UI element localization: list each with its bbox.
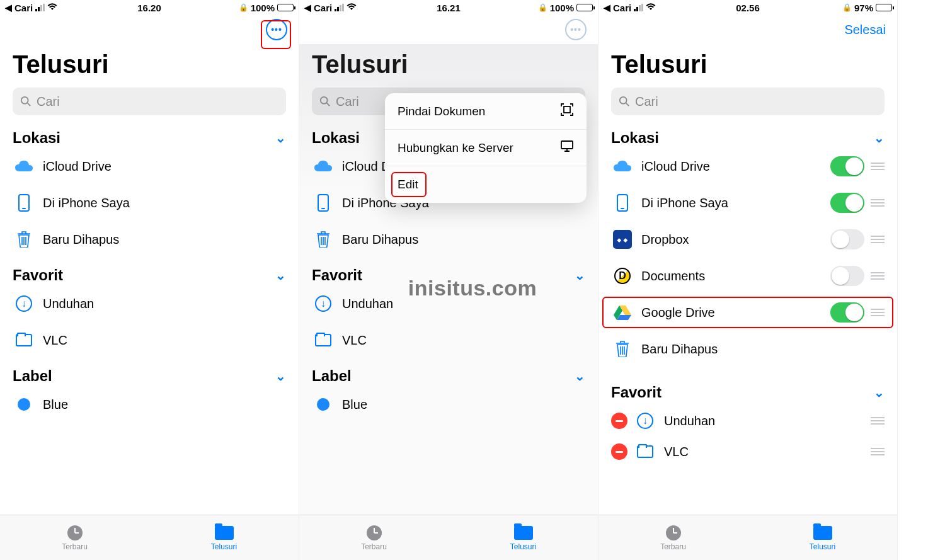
wifi-icon xyxy=(646,3,656,13)
back-app-label[interactable]: Cari xyxy=(314,3,332,13)
trash-icon xyxy=(13,231,35,248)
location-gdrive: Google Drive xyxy=(598,294,897,331)
page-title: Telusuri xyxy=(299,44,598,88)
cloud-icon xyxy=(312,160,335,173)
status-bar: ◀ Cari 16.20 🔒 100% xyxy=(0,0,299,15)
tab-telusuri[interactable]: Telusuri xyxy=(748,515,897,560)
location-documents: D Documents xyxy=(598,258,897,294)
tab-bar: Terbaru Telusuri xyxy=(299,515,598,560)
tab-terbaru[interactable]: Terbaru xyxy=(0,515,149,560)
menu-scan-documents[interactable]: Pindai Dokumen xyxy=(385,93,587,130)
remove-button[interactable] xyxy=(611,443,627,460)
remove-button[interactable] xyxy=(611,413,627,429)
drag-handle-icon[interactable] xyxy=(871,448,885,455)
search-placeholder: Cari xyxy=(37,94,60,109)
clock-icon xyxy=(664,525,683,541)
wifi-icon xyxy=(346,3,357,13)
drag-handle-icon[interactable] xyxy=(871,236,885,243)
toggle-iphone[interactable] xyxy=(830,193,864,213)
nav-bar: Selesai xyxy=(598,15,897,44)
drag-handle-icon[interactable] xyxy=(871,163,885,170)
download-icon xyxy=(312,295,335,312)
chevron-down-icon: ⌄ xyxy=(575,369,585,384)
more-button[interactable]: ••• xyxy=(266,19,287,40)
rotation-lock-icon: 🔒 xyxy=(239,3,248,12)
drag-handle-icon[interactable] xyxy=(871,199,885,207)
label-blue[interactable]: Blue xyxy=(0,386,299,423)
favorit-unduhan-edit: Unduhan xyxy=(598,403,897,439)
back-caret-icon[interactable]: ◀ xyxy=(604,3,610,13)
location-icloud[interactable]: iCloud Drive xyxy=(0,148,299,185)
page-title: Telusuri xyxy=(0,44,299,88)
location-icloud: iCloud Drive xyxy=(598,148,897,185)
label-blue[interactable]: Blue xyxy=(299,386,598,423)
toggle-gdrive[interactable] xyxy=(830,302,864,323)
folder-fill-icon xyxy=(514,525,533,541)
folder-fill-icon xyxy=(215,525,234,541)
signal-icon xyxy=(35,4,45,11)
signal-icon xyxy=(634,4,643,11)
menu-connect-server[interactable]: Hubungkan ke Server xyxy=(385,130,587,166)
toggle-dropbox[interactable] xyxy=(830,229,864,249)
favorit-vlc-edit: VLC xyxy=(598,439,897,464)
section-label-header[interactable]: Label ⌄ xyxy=(0,367,299,385)
menu-edit[interactable]: Edit xyxy=(385,166,587,203)
phone-icon xyxy=(13,194,35,212)
more-menu-popup: Pindai Dokumen Hubungkan ke Server Edit xyxy=(385,93,587,203)
toggle-icloud[interactable] xyxy=(830,156,864,176)
screenshot-panel-1: ◀ Cari 16.20 🔒 100% ••• Telusuri Cari Lo… xyxy=(0,0,299,560)
tab-telusuri[interactable]: Telusuri xyxy=(149,515,299,560)
drag-handle-icon[interactable] xyxy=(871,309,885,316)
search-input[interactable]: Cari xyxy=(13,88,286,115)
section-lokasi-header[interactable]: Lokasi ⌄ xyxy=(598,129,897,147)
folder-icon xyxy=(634,445,656,458)
drag-handle-icon[interactable] xyxy=(871,272,885,280)
back-app-label[interactable]: Cari xyxy=(14,3,33,13)
rotation-lock-icon: 🔒 xyxy=(842,3,852,12)
section-favorit-header[interactable]: Favorit ⌄ xyxy=(0,266,299,284)
section-favorit-header[interactable]: Favorit ⌄ xyxy=(598,384,897,401)
scan-icon xyxy=(560,103,574,120)
back-app-label[interactable]: Cari xyxy=(613,3,631,13)
search-placeholder: Cari xyxy=(635,94,658,109)
toggle-documents[interactable] xyxy=(830,266,864,286)
location-iphone[interactable]: Di iPhone Saya xyxy=(0,185,299,221)
tab-terbaru[interactable]: Terbaru xyxy=(598,515,748,560)
location-trash[interactable]: Baru Dihapus xyxy=(598,331,897,367)
cloud-icon xyxy=(611,160,634,173)
svg-line-1 xyxy=(28,103,31,106)
watermark-text: inisitus.com xyxy=(408,276,537,300)
chevron-down-icon: ⌄ xyxy=(575,268,585,283)
blue-dot-icon xyxy=(312,398,335,411)
favorit-unduhan[interactable]: Unduhan xyxy=(0,285,299,322)
chevron-down-icon: ⌄ xyxy=(874,130,885,146)
location-trash[interactable]: Baru Dihapus xyxy=(299,221,598,258)
download-icon xyxy=(13,295,35,312)
back-caret-icon[interactable]: ◀ xyxy=(304,3,311,13)
folder-icon xyxy=(312,334,335,346)
phone-icon xyxy=(312,194,335,212)
tab-telusuri[interactable]: Telusuri xyxy=(449,515,598,560)
section-lokasi-header[interactable]: Lokasi ⌄ xyxy=(0,129,299,147)
drag-handle-icon[interactable] xyxy=(871,417,885,425)
location-trash[interactable]: Baru Dihapus xyxy=(0,221,299,258)
documents-icon: D xyxy=(611,268,634,284)
cloud-icon xyxy=(13,160,35,173)
tab-terbaru[interactable]: Terbaru xyxy=(299,515,449,560)
tab-bar: Terbaru Telusuri xyxy=(0,515,299,560)
status-time: 16.20 xyxy=(101,3,198,13)
back-caret-icon[interactable]: ◀ xyxy=(5,3,12,13)
section-label-header[interactable]: Label ⌄ xyxy=(299,367,598,385)
favorit-vlc[interactable]: VLC xyxy=(0,322,299,358)
done-button[interactable]: Selesai xyxy=(844,23,886,37)
battery-percent: 100% xyxy=(550,3,574,13)
screenshot-panel-3: ◀ Cari 02.56 🔒 97% Selesai Telusuri Cari… xyxy=(598,0,898,560)
trash-icon xyxy=(611,341,634,357)
phone-icon xyxy=(611,194,634,212)
more-button[interactable]: ••• xyxy=(565,19,587,40)
chevron-down-icon: ⌄ xyxy=(874,385,885,400)
svg-line-3 xyxy=(327,103,330,106)
favorit-vlc[interactable]: VLC xyxy=(299,322,598,358)
chevron-down-icon: ⌄ xyxy=(275,369,286,384)
search-input[interactable]: Cari xyxy=(611,88,885,115)
